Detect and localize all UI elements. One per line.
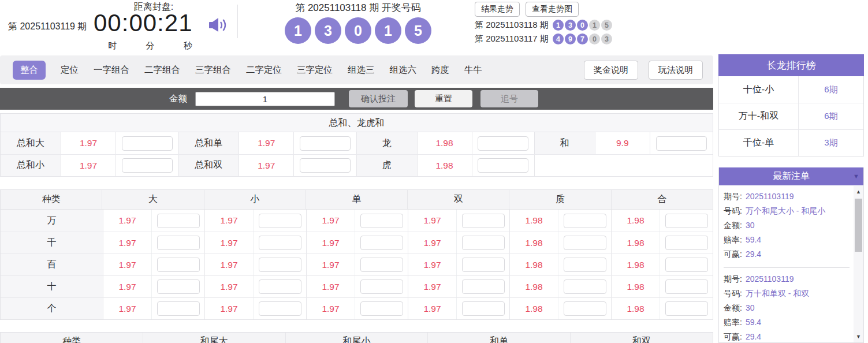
bet-odds: 1.98 (418, 155, 472, 176)
bet-input[interactable] (300, 158, 351, 173)
bet-input[interactable] (259, 258, 301, 272)
bet-input[interactable] (665, 301, 708, 316)
order-win: 29.4 (746, 249, 761, 259)
bet-input[interactable] (564, 214, 606, 228)
prize-info-button[interactable]: 奖金说明 (584, 61, 638, 80)
tail-sum-table: 种类 和尾大 和尾小 和单 和双 (0, 332, 713, 343)
bet-input[interactable] (564, 279, 606, 294)
header-divider (237, 5, 238, 38)
order-win: 29.4 (746, 332, 761, 341)
play-tab[interactable]: 定位 (61, 61, 79, 80)
bet-input-cell (355, 210, 408, 232)
play-tab[interactable]: 整合 (13, 61, 46, 80)
bet-input[interactable] (259, 279, 301, 294)
bet-input[interactable] (360, 258, 403, 272)
bet-input[interactable] (665, 214, 708, 228)
bet-input[interactable] (157, 279, 200, 294)
bet-input[interactable] (656, 136, 707, 151)
bet-input[interactable] (259, 214, 301, 228)
play-tab[interactable]: 三字组合 (195, 61, 231, 80)
play-tab[interactable]: 二字定位 (246, 61, 282, 80)
play-tab[interactable]: 组选六 (390, 61, 417, 80)
order-field-label: 金额: (724, 221, 742, 230)
bet-cell-group: 总和小 1.97 (1, 155, 178, 176)
bet-input[interactable] (462, 236, 505, 250)
order-odds-line: 赔率:59.4 (724, 315, 850, 330)
scrollbar-thumb[interactable] (855, 199, 862, 252)
bet-input[interactable] (462, 258, 505, 272)
play-tab[interactable]: 二字组合 (144, 61, 180, 80)
latest-orders-header: 最新注单 ▼ (718, 167, 864, 185)
chase-number-button[interactable]: 追号 (480, 90, 538, 107)
bet-input[interactable] (157, 258, 200, 272)
speaker-icon[interactable] (208, 16, 228, 36)
view-trend-chart-button[interactable]: 查看走势图 (526, 2, 579, 17)
bet-input[interactable] (665, 258, 708, 272)
bet-input[interactable] (122, 136, 173, 151)
bet-input[interactable] (122, 158, 173, 173)
row-label: 百 (1, 254, 103, 275)
orders-scrollbar[interactable]: ▲ ▼ (854, 186, 863, 342)
play-tab[interactable]: 跨度 (431, 61, 449, 80)
scroll-down-icon[interactable]: ▼ (854, 332, 863, 341)
bet-input-cell (457, 232, 509, 253)
bet-input-cell (294, 132, 356, 154)
bet-input[interactable] (157, 236, 200, 250)
bet-input[interactable] (259, 301, 301, 316)
play-tab[interactable]: 三字定位 (297, 61, 333, 80)
bet-cell-group: 和 9.9 (535, 132, 713, 154)
scroll-up-icon[interactable]: ▲ (854, 187, 863, 196)
bet-input[interactable] (478, 158, 528, 173)
streak-rank-title: 长龙排行榜 (718, 54, 864, 76)
bet-cell-group: 1.97 (408, 298, 510, 319)
bet-input[interactable] (564, 258, 606, 272)
history-ball: 0 (589, 33, 600, 44)
play-tab[interactable]: 一字组合 (94, 61, 129, 80)
bet-input-cell (152, 210, 204, 232)
play-tab[interactable]: 组选三 (348, 61, 375, 80)
bet-input-cell (472, 132, 535, 154)
positions-table-body: 万 1.97 1.97 1.97 1.97 (1, 210, 713, 319)
bet-input-cell (457, 210, 509, 232)
bet-input[interactable] (360, 214, 403, 228)
result-trend-button[interactable]: 结果走势 (475, 2, 520, 17)
bet-cell-group: 1.97 (408, 276, 510, 297)
bet-label: 总和大 (1, 132, 61, 154)
order-field-label: 赔率: (724, 318, 742, 327)
bet-input[interactable] (360, 279, 403, 294)
bet-odds: 1.97 (307, 276, 355, 297)
bet-input[interactable] (665, 279, 708, 294)
reset-button[interactable]: 重置 (415, 90, 472, 107)
bet-cell-group: 1.98 (612, 298, 713, 319)
order-code-line: 号码:万个和尾大小 - 和尾小 (724, 204, 850, 218)
bet-input[interactable] (462, 279, 505, 294)
history-ball: 3 (565, 20, 576, 31)
collapse-caret-icon[interactable]: ▼ (853, 173, 859, 180)
bet-cell-group: 1.97 (408, 232, 510, 253)
bet-input[interactable] (478, 136, 528, 151)
bet-input[interactable] (462, 214, 505, 228)
rank-count: 3期 (799, 130, 863, 156)
amount-input[interactable] (195, 92, 335, 106)
bet-input-cell (558, 232, 611, 253)
rules-info-button[interactable]: 玩法说明 (649, 61, 703, 80)
bet-input[interactable] (564, 236, 606, 250)
bet-input[interactable] (300, 136, 351, 151)
draw-ball: 3 (315, 17, 341, 44)
bet-input[interactable] (462, 301, 505, 316)
play-tab-bar: 整合 定位 一字组合 二字组合 三字组合 二字定位 三字定位 组选三 组选六 跨… (0, 55, 713, 84)
confirm-bet-button[interactable]: 确认投注 (349, 90, 408, 107)
bet-input[interactable] (564, 301, 606, 316)
bet-input[interactable] (157, 301, 200, 316)
play-tab[interactable]: 牛牛 (464, 61, 482, 80)
bet-input[interactable] (665, 236, 708, 250)
bet-odds: 1.97 (61, 155, 116, 176)
bet-input-cell (355, 254, 408, 275)
bet-input[interactable] (360, 236, 403, 250)
bet-input[interactable] (360, 301, 403, 316)
sum-table-title: 总和、龙虎和 (1, 114, 713, 132)
bet-label: 总和单 (178, 132, 239, 154)
bet-input[interactable] (259, 236, 301, 250)
table-row: 百 1.97 1.97 1.97 1.97 (1, 253, 713, 275)
bet-input[interactable] (157, 214, 200, 228)
